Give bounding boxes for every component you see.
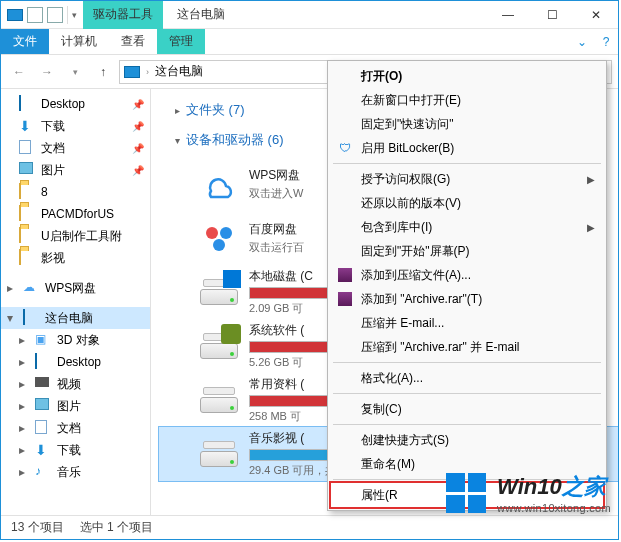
drive-subtext: 双击运行百 [249,240,304,255]
chevron-down-icon: ▾ [175,135,180,146]
nav-item[interactable]: 图片📌 [1,159,150,181]
nav-pc-child[interactable]: ▸视频 [1,373,150,395]
nav-pc-child[interactable]: ▸Desktop [1,351,150,373]
menu-item-label: 打开(O) [361,68,402,85]
close-button[interactable]: ✕ [574,1,618,29]
drive-name: WPS网盘 [249,167,303,184]
nav-item-label: 下载 [41,118,65,135]
watermark: Win10之家 www.win10xitong.com [443,470,611,516]
context-menu-item[interactable]: 在新窗口中打开(E) [331,88,603,112]
context-tools-label: 驱动器工具 [83,1,163,29]
menu-item-label: 属性(R [361,487,398,504]
help-icon[interactable]: ? [594,29,618,54]
nav-pc-child[interactable]: ▸♪音乐 [1,461,150,483]
folder-icon [19,228,35,244]
context-menu-item[interactable]: 格式化(A)... [331,366,603,390]
tab-computer[interactable]: 计算机 [49,29,109,54]
status-selected-count: 选中 1 个项目 [80,519,153,536]
nav-item-label: Desktop [57,355,101,369]
download-icon: ⬇ [19,118,35,134]
shield-icon: 🛡 [337,140,353,156]
nav-item-label: PACMDforUS [41,207,114,221]
svg-point-2 [213,239,225,251]
cloud-icon: ☁ [23,280,39,296]
nav-item[interactable]: 8 [1,181,150,203]
pc-icon [23,310,39,326]
pin-icon: 📌 [132,99,144,110]
nav-item-label: 下载 [57,442,81,459]
drive-icon [199,164,239,204]
nav-recent-icon[interactable]: ▾ [63,60,87,84]
context-menu-item[interactable]: 复制(C) [331,397,603,421]
nav-pane: Desktop📌⬇下载📌文档📌图片📌8PACMDforUSU启制作工具附影视▸☁… [1,89,151,515]
menu-item-label: 格式化(A)... [361,370,423,387]
ribbon-expand-icon[interactable]: ⌄ [570,29,594,54]
context-menu-item[interactable]: 添加到压缩文件(A)... [331,263,603,287]
nav-this-pc[interactable]: ▾这台电脑 [1,307,150,329]
drive-name: 百度网盘 [249,221,304,238]
context-menu-item[interactable]: 包含到库中(I)▶ [331,215,603,239]
nav-item-label: 图片 [57,398,81,415]
context-menu-item[interactable]: 压缩到 "Archive.rar" 并 E-mail [331,335,603,359]
nav-item[interactable]: PACMDforUS [1,203,150,225]
windows-logo-icon [443,470,489,516]
pin-icon: 📌 [132,165,144,176]
qat-btn-2[interactable] [47,7,63,23]
menu-item-label: 压缩并 E-mail... [361,315,444,332]
status-item-count: 13 个项目 [11,519,64,536]
context-menu-item[interactable]: 授予访问权限(G)▶ [331,167,603,191]
nav-item-label: 文档 [57,420,81,437]
drive-icon [199,380,239,420]
nav-wps[interactable]: ▸☁WPS网盘 [1,277,150,299]
nav-item-label: 3D 对象 [57,332,100,349]
minimize-button[interactable]: — [486,1,530,29]
nav-item[interactable]: Desktop📌 [1,93,150,115]
status-bar: 13 个项目 选中 1 个项目 [1,515,618,539]
drive-icon [199,272,239,312]
menu-item-label: 固定到"快速访问" [361,116,454,133]
context-menu-item[interactable]: 还原以前的版本(V) [331,191,603,215]
folder-icon [19,184,35,200]
context-menu-item[interactable]: 固定到"开始"屏幕(P) [331,239,603,263]
context-menu-item[interactable]: 🛡启用 BitLocker(B) [331,136,603,160]
tab-view[interactable]: 查看 [109,29,157,54]
folder-icon [19,206,35,222]
nav-item-label: WPS网盘 [45,280,96,297]
context-menu: 打开(O)在新窗口中打开(E)固定到"快速访问"🛡启用 BitLocker(B)… [327,60,607,511]
qat-btn-1[interactable] [27,7,43,23]
app-icon [7,9,23,21]
nav-item-label: 音乐 [57,464,81,481]
menu-item-label: 启用 BitLocker(B) [361,140,454,157]
tab-manage[interactable]: 管理 [157,29,205,54]
nav-item[interactable]: U启制作工具附 [1,225,150,247]
menu-item-label: 包含到库中(I) [361,219,432,236]
nav-pc-child[interactable]: ▸文档 [1,417,150,439]
tab-file[interactable]: 文件 [1,29,49,54]
desktop-icon [35,354,51,370]
qat-dropdown-icon[interactable]: ▾ [72,10,77,20]
context-menu-item[interactable]: 打开(O) [331,64,603,88]
menu-item-label: 添加到压缩文件(A)... [361,267,471,284]
context-menu-item[interactable]: 固定到"快速访问" [331,112,603,136]
nav-item[interactable]: 文档📌 [1,137,150,159]
nav-forward-button[interactable]: → [35,60,59,84]
pic-icon [35,398,51,414]
pic-icon [19,162,35,178]
ribbon-tabs: 文件 计算机 查看 管理 ⌄ ? [1,29,618,55]
context-menu-item[interactable]: 压缩并 E-mail... [331,311,603,335]
window-title: 这台电脑 [163,6,486,23]
nav-pc-child[interactable]: ▸⬇下载 [1,439,150,461]
context-menu-item[interactable]: 添加到 "Archive.rar"(T) [331,287,603,311]
menu-item-label: 添加到 "Archive.rar"(T) [361,291,482,308]
maximize-button[interactable]: ☐ [530,1,574,29]
nav-up-button[interactable]: ↑ [91,60,115,84]
drive-subtext: 双击进入W [249,186,303,201]
nav-item[interactable]: ⬇下载📌 [1,115,150,137]
nav-pc-child[interactable]: ▸图片 [1,395,150,417]
nav-back-button[interactable]: ← [7,60,31,84]
context-menu-item[interactable]: 创建快捷方式(S) [331,428,603,452]
nav-pc-child[interactable]: ▸▣3D 对象 [1,329,150,351]
nav-item[interactable]: 影视 [1,247,150,269]
nav-item-label: 这台电脑 [45,310,93,327]
drive-icon [199,218,239,258]
